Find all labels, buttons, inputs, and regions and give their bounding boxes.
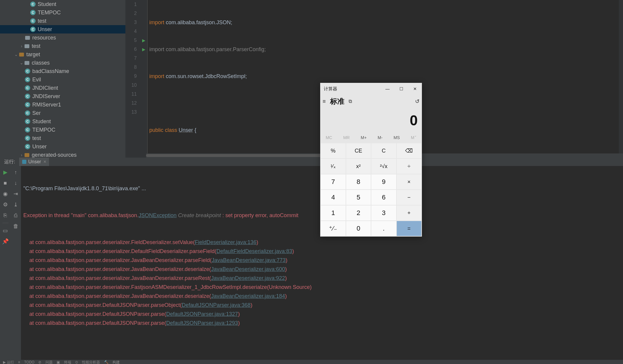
calc-4-button[interactable]: 4 [321,190,346,205]
status-profiler[interactable]: 性能分析器 [82,360,100,364]
status-terminal[interactable]: 终端 [64,360,71,364]
tree-item-test[interactable]: Ctest [0,17,125,25]
calc-subtract-button[interactable]: − [397,190,422,205]
clear-button[interactable]: 🗑 [13,223,19,229]
wrap-button[interactable]: ⇥ [13,191,19,197]
print-button[interactable]: ⎙ [13,212,19,219]
rerun-button[interactable]: ▶ [2,169,9,176]
tree-label: test [32,135,41,141]
stop-button[interactable]: ■ [2,180,9,186]
calc-7-button[interactable]: 7 [321,174,346,189]
source-link[interactable]: DefaultJSONParser.java:368 [182,302,250,308]
tree-item-jndiclient[interactable]: CJNDIClient [0,84,125,92]
calc-square-button[interactable]: x² [346,159,371,174]
status-todo[interactable]: TODO [24,360,34,364]
tree-item-student[interactable]: CStudent [0,0,125,8]
calc-9-button[interactable]: 9 [371,174,396,189]
status-problems[interactable]: 问题 [45,360,53,364]
calc-2-button[interactable]: 2 [346,205,371,220]
calc-mminus[interactable]: M- [378,135,382,140]
down-button[interactable]: ↓ [13,180,19,186]
tree-item-target[interactable]: ⌄target [0,50,125,59]
calc-equals-button[interactable]: = [397,221,422,236]
console-stack-line: at com.alibaba.fastjson.parser.deseriali… [23,265,623,274]
tree-item-test[interactable]: ›test [0,42,125,50]
run-gutter-icon[interactable]: ▶ [140,45,147,54]
maximize-button[interactable]: ☐ [394,83,408,95]
pin-button[interactable]: 📌 [2,238,9,245]
tree-item-rmiserver1[interactable]: CRMIServer1 [0,100,125,109]
chevron-right-icon[interactable]: › [19,153,24,157]
source-link[interactable]: JavaBeanDeserializer.java:922 [211,275,285,281]
source-link[interactable]: DefaultJSONParser.java:1327 [166,311,238,317]
calc-inverse-button[interactable]: ¹⁄ₓ [321,159,346,174]
tree-item-test[interactable]: Ctest [0,134,125,142]
close-icon[interactable]: × [43,159,46,165]
chevron-right-icon[interactable]: › [19,44,24,48]
tree-item-ser[interactable]: CSer [0,109,125,117]
source-link[interactable]: JavaBeanDeserializer.java:773 [212,257,285,263]
status-build[interactable]: 构建 [113,360,120,364]
calc-mplus[interactable]: M+ [361,135,367,140]
up-button[interactable]: ↑ [13,169,19,176]
calc-plusminus-button[interactable]: ⁺⁄₋ [321,221,346,236]
tree-item-unser[interactable]: CUnser [0,25,125,33]
chevron-down-icon[interactable]: ⌄ [14,52,19,57]
calc-6-button[interactable]: 6 [371,190,396,205]
calc-0-button[interactable]: 0 [346,221,371,236]
run-gutter-icon[interactable]: ▶ [140,36,147,45]
calc-ce-button[interactable]: CE [346,143,371,158]
run-icon[interactable]: ▶ [3,360,6,364]
source-link[interactable]: JavaBeanDeserializer.java:600 [211,266,285,272]
status-run[interactable]: 运行 [7,360,14,364]
calc-8-button[interactable]: 8 [346,174,371,189]
tree-item-generated-sources[interactable]: ›generated-sources [0,151,125,158]
tree-label: Unser [38,26,52,33]
calc-5-button[interactable]: 5 [346,190,371,205]
history-icon[interactable]: ↺ [415,98,420,105]
calc-percent-button[interactable]: % [321,143,346,158]
tree-item-student[interactable]: CStudent [0,117,125,126]
tree-item-resources[interactable]: resources [0,33,125,42]
calc-divide-button[interactable]: ÷ [397,159,422,174]
chevron-down-icon[interactable]: ⌄ [19,60,24,65]
calc-sqrt-button[interactable]: ²√x [371,159,396,174]
tree-label: test [32,43,40,49]
tree-item-tempoc[interactable]: CTEMPOC [0,126,125,134]
run-tab[interactable]: Unser × [19,158,49,166]
settings-icon[interactable]: ⚙ [2,201,9,208]
source-link[interactable]: DefaultJSONParser.java:1293 [166,320,238,326]
source-link[interactable]: JavaBeanDeserializer.java:184 [211,293,285,299]
keep-on-top-icon[interactable]: ⧉ [349,99,352,104]
scrollbar-thumb[interactable] [146,154,337,157]
dump-button[interactable]: ◉ [2,191,9,197]
scroll-button[interactable]: ⤓ [13,201,19,208]
source-link[interactable]: DefaultFieldDeserializer.java:83 [216,248,292,254]
calc-c-button[interactable]: C [371,143,396,158]
folder-icon [19,51,25,57]
calc-3-button[interactable]: 3 [371,205,396,220]
tree-label: target [26,51,40,58]
calc-add-button[interactable]: + [397,205,422,220]
tree-item-badclassname[interactable]: CbadClassName [0,67,125,75]
class-icon: C [30,1,36,7]
tree-item-evil[interactable]: CEvil [0,75,125,84]
calc-ms[interactable]: MS [393,135,400,140]
tree-item-classes[interactable]: ⌄classes [0,59,125,67]
tree-item-tempoc[interactable]: CTEMPOC [0,8,125,17]
calc-1-button[interactable]: 1 [321,205,346,220]
close-button[interactable]: ✕ [408,83,422,95]
calc-backspace-button[interactable]: ⌫ [397,143,422,158]
source-link[interactable]: FieldDeserializer.java:136 [195,239,256,245]
class-icon: C [30,18,36,24]
tree-item-jndiserver[interactable]: CJNDIServer [0,92,125,100]
calculator-titlebar[interactable]: 计算器 — ☐ ✕ [320,83,422,95]
calc-multiply-button[interactable]: × [397,174,422,189]
minimize-button[interactable]: — [381,83,394,95]
tree-item-unser[interactable]: CUnser [0,142,125,151]
console-stack-line: at com.alibaba.fastjson.parser.deseriali… [23,256,623,265]
calc-dot-button[interactable]: . [371,221,396,236]
layout-button[interactable]: ▭ [2,227,9,234]
hamburger-icon[interactable]: ≡ [323,98,326,105]
exit-button[interactable]: ⎘ [2,212,9,219]
